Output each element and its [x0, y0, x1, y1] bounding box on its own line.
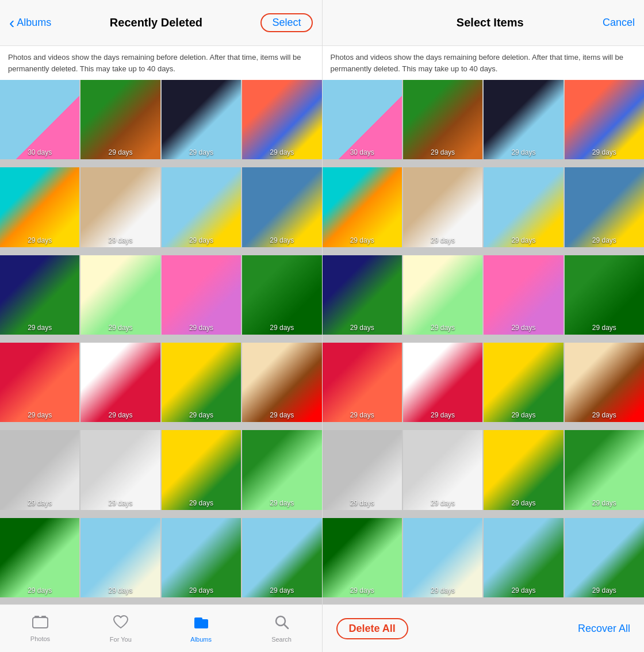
days-label: 29 days [403, 148, 482, 156]
days-label: 29 days [403, 499, 482, 507]
days-label: 29 days [323, 586, 402, 595]
photo-cell[interactable]: 29 days [162, 430, 241, 509]
photo-cell[interactable]: 29 days [403, 518, 482, 597]
photo-cell[interactable]: 29 days [242, 430, 321, 509]
photo-cell[interactable]: 30 days [323, 80, 402, 159]
svg-rect-3 [194, 619, 208, 628]
tab-item-albums[interactable]: Albums [161, 615, 241, 643]
photo-cell[interactable]: 29 days [0, 167, 79, 247]
days-label: 29 days [484, 586, 563, 595]
photo-cell[interactable]: 29 days [484, 430, 563, 509]
days-label: 29 days [484, 499, 563, 507]
photo-cell[interactable]: 29 days [323, 255, 402, 335]
photo-cell[interactable]: 29 days [162, 518, 241, 597]
photo-cell[interactable]: 29 days [242, 518, 321, 597]
left-title: Recently Deleted [110, 16, 202, 29]
photo-cell[interactable]: 29 days [80, 518, 160, 597]
photo-cell[interactable]: 29 days [484, 343, 563, 422]
photo-cell[interactable]: 29 days [565, 255, 644, 335]
days-label: 29 days [80, 411, 160, 419]
photo-cell[interactable]: 29 days [565, 167, 644, 247]
photo-cell[interactable]: 29 days [323, 343, 402, 422]
photo-cell[interactable]: 29 days [565, 80, 644, 159]
photo-cell[interactable]: 29 days [403, 430, 482, 509]
photo-cell[interactable]: 29 days [484, 518, 563, 597]
photo-cell[interactable]: 29 days [565, 343, 644, 422]
tab-item-for-you[interactable]: For You [80, 615, 161, 643]
days-label: 29 days [242, 586, 321, 595]
tab-label: Albums [190, 636, 212, 643]
right-title: Select Items [457, 16, 524, 29]
photo-cell[interactable]: 29 days [80, 430, 160, 509]
days-label: 29 days [403, 324, 482, 332]
photo-cell[interactable]: 29 days [162, 80, 241, 159]
photo-cell[interactable]: 29 days [403, 167, 482, 247]
days-label: 29 days [162, 586, 241, 595]
photo-cell[interactable]: 30 days [0, 80, 79, 159]
right-photo-grid: 30 days29 days29 days29 days29 days29 da… [323, 80, 645, 604]
days-label: 29 days [0, 499, 79, 507]
photo-cell[interactable]: 29 days [162, 343, 241, 422]
photo-cell[interactable]: 29 days [242, 255, 321, 335]
photo-cell[interactable]: 29 days [0, 430, 79, 509]
days-label: 29 days [242, 236, 321, 244]
days-label: 29 days [403, 586, 482, 595]
tab-icon-albums [193, 615, 209, 634]
photo-cell[interactable]: 29 days [0, 518, 79, 597]
photo-cell[interactable]: 29 days [242, 343, 321, 422]
action-bar: Delete All Recover All [323, 604, 645, 652]
days-label: 29 days [323, 499, 402, 507]
photo-cell[interactable]: 29 days [80, 255, 160, 335]
photo-cell[interactable]: 29 days [484, 255, 563, 335]
photo-cell[interactable]: 29 days [323, 167, 402, 247]
days-label: 30 days [0, 148, 79, 156]
photo-cell[interactable]: 29 days [484, 80, 563, 159]
cancel-button[interactable]: Cancel [603, 17, 635, 29]
tab-item-search[interactable]: Search [241, 615, 322, 643]
photo-cell[interactable]: 29 days [80, 343, 160, 422]
days-label: 30 days [323, 148, 402, 156]
days-label: 29 days [565, 499, 644, 507]
photo-cell[interactable]: 29 days [0, 343, 79, 422]
photo-cell[interactable]: 29 days [242, 80, 321, 159]
days-label: 29 days [162, 324, 241, 332]
days-label: 29 days [565, 236, 644, 244]
photo-cell[interactable]: 29 days [80, 80, 160, 159]
days-label: 29 days [565, 148, 644, 156]
photo-cell[interactable]: 29 days [565, 430, 644, 509]
days-label: 29 days [565, 324, 644, 332]
tab-item-photos[interactable]: Photos [0, 615, 80, 642]
tab-icon-search [274, 615, 289, 634]
photo-cell[interactable]: 29 days [162, 255, 241, 335]
left-photo-grid: 30 days29 days29 days29 days29 days29 da… [0, 80, 322, 604]
days-label: 29 days [403, 236, 482, 244]
back-button[interactable]: Albums [9, 15, 51, 31]
photo-cell[interactable]: 29 days [403, 80, 482, 159]
days-label: 29 days [80, 499, 160, 507]
photo-cell[interactable]: 29 days [403, 255, 482, 335]
tab-icon-photos [32, 615, 48, 633]
days-label: 29 days [80, 586, 160, 595]
svg-rect-4 [194, 618, 202, 620]
select-button[interactable]: Select [260, 13, 312, 32]
photo-cell[interactable]: 29 days [80, 167, 160, 247]
photo-cell[interactable]: 29 days [323, 430, 402, 509]
photo-cell[interactable]: 29 days [565, 518, 644, 597]
days-label: 29 days [565, 411, 644, 419]
photo-cell[interactable]: 29 days [162, 167, 241, 247]
recover-all-button[interactable]: Recover All [578, 623, 630, 635]
photo-cell[interactable]: 29 days [484, 167, 563, 247]
photo-cell[interactable]: 29 days [0, 255, 79, 335]
days-label: 29 days [0, 586, 79, 595]
left-screen: Albums Recently Deleted Select Photos an… [0, 0, 323, 652]
days-label: 29 days [323, 324, 402, 332]
days-label: 29 days [0, 236, 79, 244]
delete-all-button[interactable]: Delete All [336, 618, 408, 639]
left-tab-bar: PhotosFor YouAlbumsSearch [0, 604, 322, 652]
photo-cell[interactable]: 29 days [242, 167, 321, 247]
photo-cell[interactable]: 29 days [323, 518, 402, 597]
photo-cell[interactable]: 29 days [403, 343, 482, 422]
left-header: Albums Recently Deleted Select [0, 0, 322, 46]
days-label: 29 days [242, 148, 321, 156]
days-label: 29 days [0, 411, 79, 419]
